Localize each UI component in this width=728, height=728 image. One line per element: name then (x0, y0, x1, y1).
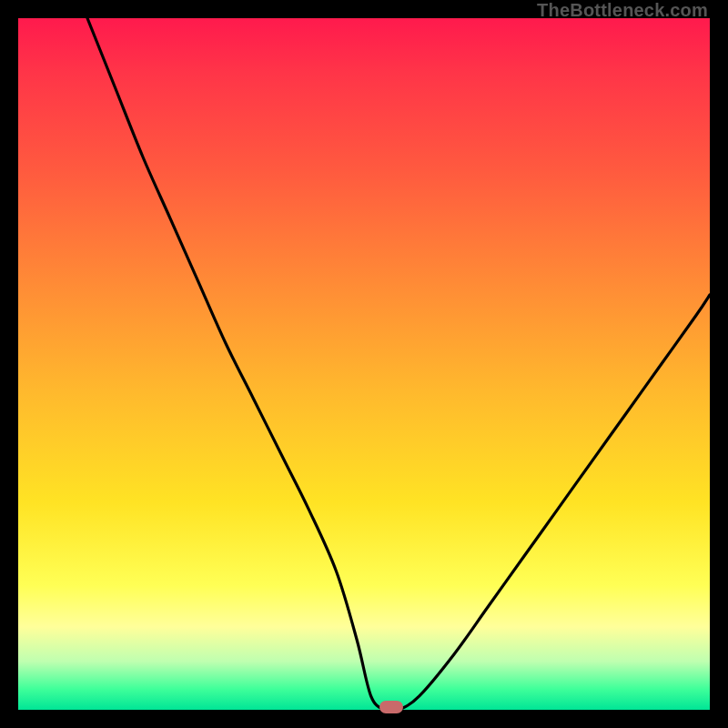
plot-area (18, 18, 710, 710)
minimum-marker (379, 701, 403, 713)
curve-svg (18, 18, 710, 710)
bottleneck-curve-path (87, 18, 710, 710)
chart-frame: TheBottleneck.com (0, 0, 728, 728)
